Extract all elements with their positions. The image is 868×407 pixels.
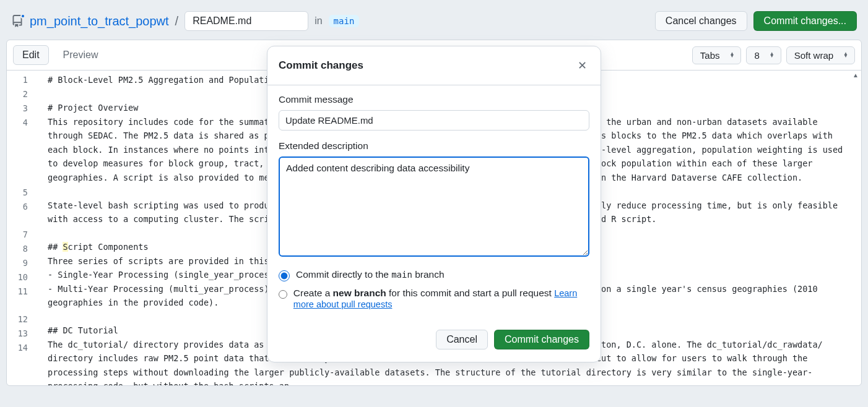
radio-direct-branch: main — [391, 270, 412, 280]
commit-message-input[interactable] — [279, 110, 589, 131]
commit-message-label: Commit message — [279, 94, 589, 105]
caret-icon: ▲▼ — [730, 53, 735, 58]
commit-modal: Commit changes ✕ Commit message Extended… — [267, 46, 601, 362]
repo-icon — [11, 15, 24, 27]
page-header: pm_point_to_tract_popwt / in main Cancel… — [6, 6, 862, 40]
caret-icon: ▲▼ — [770, 53, 775, 58]
radio-new-pre: Create a — [293, 288, 333, 298]
wrap-mode-select[interactable]: Soft wrap ▲▼ — [786, 46, 855, 64]
wrap-mode-label: Soft wrap — [794, 50, 833, 61]
commit-changes-button[interactable]: Commit changes... — [753, 11, 857, 31]
path-slash: / — [175, 14, 179, 28]
indent-size-label: 8 — [754, 50, 759, 61]
radio-new-bold: new branch — [333, 288, 386, 298]
extended-description-label: Extended description — [279, 140, 589, 152]
radio-new-branch-input[interactable] — [279, 289, 287, 300]
indent-mode-select[interactable]: Tabs ▲▼ — [692, 46, 742, 64]
modal-cancel-button[interactable]: Cancel — [436, 330, 488, 349]
radio-direct-pre: Commit directly to the — [296, 269, 391, 280]
extended-description-input[interactable] — [279, 156, 589, 257]
radio-commit-direct-input[interactable] — [279, 270, 290, 281]
radio-commit-direct[interactable]: Commit directly to the main branch — [279, 269, 589, 281]
radio-new-post: for this commit and start a pull request — [386, 288, 554, 298]
repo-link[interactable]: pm_point_to_tract_popwt — [30, 14, 169, 28]
indent-mode-label: Tabs — [700, 50, 720, 61]
radio-direct-post: branch — [412, 269, 445, 280]
filename-input[interactable] — [184, 11, 308, 31]
radio-new-branch[interactable]: Create a new branch for this commit and … — [279, 288, 589, 310]
indent-size-select[interactable]: 8 ▲▼ — [746, 46, 781, 64]
modal-title: Commit changes — [279, 59, 363, 72]
scroll-up-icon[interactable]: ▲ — [853, 72, 859, 79]
modal-commit-button[interactable]: Commit changes — [494, 330, 589, 349]
tab-preview[interactable]: Preview — [54, 45, 108, 65]
caret-icon: ▲▼ — [843, 53, 848, 58]
close-icon[interactable]: ✕ — [575, 56, 589, 75]
in-label: in — [315, 15, 322, 27]
cancel-changes-button[interactable]: Cancel changes — [655, 11, 747, 31]
line-gutter: 123456789101112131415 — [7, 71, 39, 385]
branch-chip[interactable]: main — [329, 15, 360, 27]
tab-edit[interactable]: Edit — [13, 45, 49, 65]
